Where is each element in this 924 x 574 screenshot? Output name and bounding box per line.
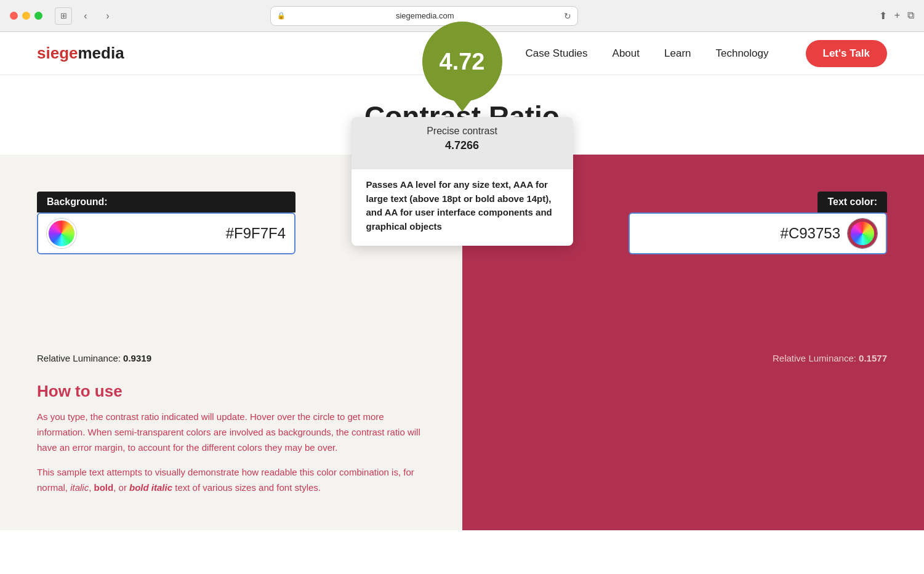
how-to-use-section: How to use As you type, the contrast rat… [37,382,425,496]
how-to-use-para1: As you type, the contrast ratio indicate… [37,410,425,455]
text-color-label: Text color: [818,192,887,212]
background-label: Background: [37,192,295,212]
contrast-circle-container: 4.72 Precise contrast 4.7266 Passes AA l… [422,22,502,102]
tooltip-header: Precise contrast 4.7266 [352,117,573,169]
share-icon[interactable]: ⬆ [879,10,887,22]
cta-button[interactable]: Let's Talk [806,40,887,67]
back-icon[interactable]: ‹ [77,7,94,25]
maximize-button[interactable] [34,12,42,20]
text-color-hex-input[interactable] [638,225,840,242]
tooltip-value: 4.7266 [366,139,558,152]
browser-nav-icons: ⊞ ‹ › [55,7,116,25]
tooltip-title: Precise contrast [366,126,558,137]
nav-learn[interactable]: Learn [664,47,691,60]
background-color-wheel[interactable] [47,219,76,248]
logo[interactable]: siegemedia [37,44,124,63]
tabs-icon[interactable]: ⧉ [907,10,914,22]
contrast-circle[interactable]: 4.72 [422,22,502,102]
browser-right-icons: ⬆ + ⧉ [879,10,914,22]
logo-media: media [78,44,124,62]
new-tab-icon[interactable]: + [894,10,900,22]
nav-case-studies[interactable]: Case Studies [525,47,587,60]
traffic-lights [10,12,42,20]
text-color-input-group: Text color: [629,192,887,254]
text-color-wheel[interactable] [848,219,877,248]
background-hex-input[interactable] [84,225,286,242]
background-input-group: Background: [37,192,295,254]
site-nav: Services Case Studies About Learn Techno… [460,47,768,60]
url-text: siegemedia.com [289,11,560,20]
text-luminance-text: Relative Luminance: 0.1577 [499,353,888,363]
logo-siege: siege [37,44,78,62]
nav-about[interactable]: About [613,47,640,60]
sidebar-toggle-icon[interactable]: ⊞ [55,7,72,25]
how-to-use-para2: This sample text attempts to visually de… [37,465,425,496]
forward-icon[interactable]: › [99,7,116,25]
close-button[interactable] [10,12,18,20]
text-color-input-wrapper [629,212,887,254]
minimize-button[interactable] [22,12,30,20]
how-to-use-heading: How to use [37,382,425,401]
tooltip-description: Passes AA level for any size text, AAA f… [366,178,558,233]
reload-icon[interactable]: ↻ [564,11,571,21]
contrast-tooltip: Precise contrast 4.7266 Passes AA level … [352,117,573,246]
nav-technology[interactable]: Technology [716,47,769,60]
tool-area: Background: Relative Luminance: 0.9319 H… [0,155,924,530]
background-input-wrapper [37,212,295,254]
bg-luminance-text: Relative Luminance: 0.9319 [37,353,425,363]
contrast-value: 4.72 [440,50,485,73]
lock-icon: 🔒 [277,12,286,20]
